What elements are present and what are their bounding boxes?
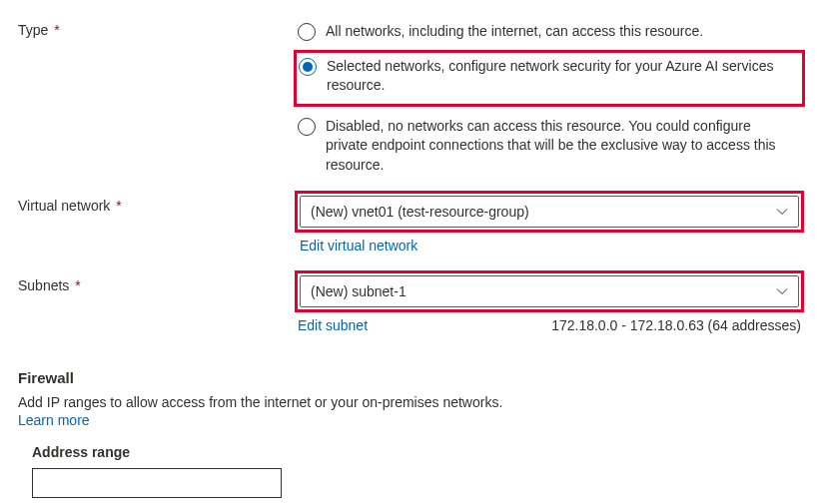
subnets-row: Subnets * (New) subnet-1 Edit subnet 172…: [18, 273, 801, 351]
chevron-down-icon: [776, 285, 788, 297]
subnets-value: (New) subnet-1: [311, 283, 407, 299]
firewall-learn-more-link[interactable]: Learn more: [18, 412, 90, 428]
type-radio-selected[interactable]: Selected networks, configure network sec…: [299, 53, 800, 102]
radio-icon: [298, 118, 316, 136]
type-radio-selected-highlight: Selected networks, configure network sec…: [294, 50, 805, 107]
radio-icon-selected: [299, 58, 317, 76]
firewall-heading: Firewall: [18, 369, 801, 386]
radio-dot-icon: [303, 62, 313, 72]
virtual-network-label: Virtual network *: [18, 194, 298, 214]
type-radio-all[interactable]: All networks, including the internet, ca…: [298, 18, 801, 52]
virtual-network-label-text: Virtual network: [18, 198, 110, 214]
virtual-network-highlight: (New) vnet01 (test-resource-group): [295, 191, 804, 233]
required-asterisk: *: [75, 277, 80, 293]
address-range-input[interactable]: [32, 468, 282, 498]
type-radio-all-label: All networks, including the internet, ca…: [326, 22, 709, 42]
address-range-label: Address range: [32, 444, 801, 460]
type-radio-selected-label: Selected networks, configure network sec…: [327, 57, 800, 96]
subnets-highlight: (New) subnet-1: [295, 270, 804, 312]
subnets-subtext: Edit subnet 172.18.0.0 - 172.18.0.63 (64…: [298, 317, 801, 333]
subnets-label: Subnets *: [18, 273, 298, 293]
required-asterisk: *: [54, 22, 59, 38]
type-radio-disabled-label: Disabled, no networks can access this re…: [326, 117, 801, 176]
type-radio-disabled[interactable]: Disabled, no networks can access this re…: [298, 113, 801, 186]
required-asterisk: *: [116, 198, 121, 214]
firewall-description: Add IP ranges to allow access from the i…: [18, 394, 801, 410]
virtual-network-control: (New) vnet01 (test-resource-group) Edit …: [298, 194, 801, 271]
virtual-network-value: (New) vnet01 (test-resource-group): [311, 204, 529, 220]
radio-icon: [298, 23, 316, 41]
virtual-network-row: Virtual network * (New) vnet01 (test-res…: [18, 194, 801, 271]
edit-virtual-network-link[interactable]: Edit virtual network: [300, 238, 417, 253]
subnet-ip-range: 172.18.0.0 - 172.18.0.63 (64 addresses): [551, 317, 801, 333]
subnets-control: (New) subnet-1 Edit subnet 172.18.0.0 - …: [298, 273, 801, 351]
chevron-down-icon: [776, 206, 788, 218]
type-row: Type * All networks, including the inter…: [18, 18, 801, 186]
type-options: All networks, including the internet, ca…: [298, 18, 801, 186]
type-label: Type *: [18, 18, 298, 38]
subnets-select[interactable]: (New) subnet-1: [300, 275, 799, 307]
edit-subnet-link[interactable]: Edit subnet: [298, 317, 368, 333]
virtual-network-select[interactable]: (New) vnet01 (test-resource-group): [300, 196, 799, 228]
type-label-text: Type: [18, 22, 48, 38]
subnets-label-text: Subnets: [18, 277, 69, 293]
